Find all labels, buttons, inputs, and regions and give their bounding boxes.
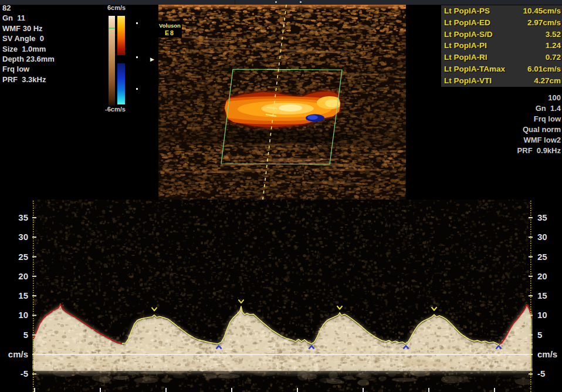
scan-parameter: SV Angle 0 <box>2 33 55 43</box>
color-scale-max-label: 6cm/s <box>107 4 126 11</box>
scan-parameters-left: 82Gn 11WMF 30 HzSV Angle 0Size 1.0mmDept… <box>2 3 55 85</box>
color-doppler-bar-negative <box>117 63 125 104</box>
measurement-row: Lt PoplA-S/D3.52 <box>441 29 562 40</box>
velocity-axis-label-right: 25 <box>537 252 562 262</box>
velocity-axis-label-left: cm/s <box>4 350 28 359</box>
velocity-axis-label-left: 30 <box>4 232 28 242</box>
measurement-label: Lt PoplA-PI <box>444 40 487 52</box>
focus-arrow-icon: ▶ <box>150 57 154 62</box>
velocity-axis-label-right: 30 <box>537 232 562 242</box>
ultrasound-screen: 82Gn 11WMF 30 HzSV Angle 0Size 1.0mmDept… <box>0 0 562 392</box>
color-scale-min-label: -6cm/s <box>105 106 126 113</box>
measurement-label: Lt PoplA-RI <box>444 52 487 63</box>
scan-parameter: Gn 1.4 <box>517 103 561 114</box>
measurement-row: Lt PoplA-TAmax6.01cm/s <box>441 63 562 75</box>
scan-parameter: PRF 3.3kHz <box>2 75 55 85</box>
velocity-axis-label-left: 15 <box>4 291 28 300</box>
measurement-row: Lt PoplA-ED2.97cm/s <box>441 17 562 29</box>
velocity-axis-label-right: 15 <box>537 291 562 300</box>
depth-marker <box>136 88 138 90</box>
scan-parameter: 100 <box>517 93 561 103</box>
scan-parameter: 82 <box>2 3 55 13</box>
gray-map-bar <box>109 16 115 106</box>
top-bar-dot-icon <box>300 1 302 3</box>
measurement-row: Lt PoplA-VTI4.27cm <box>441 75 562 87</box>
measurement-value: 0.72 <box>546 52 561 63</box>
scan-parameter: Frq low <box>517 114 561 124</box>
scan-parameter: Qual norm <box>517 124 561 135</box>
measurement-row: Lt PoplA-PI1.24 <box>441 40 562 52</box>
scan-parameter: Gn 11 <box>2 13 55 23</box>
velocity-axis-label-left: -5 <box>4 369 28 379</box>
velocity-axis-label-left: 5 <box>4 330 28 340</box>
measurement-value: 2.97cm/s <box>527 17 561 29</box>
velocity-axis-label-right: -5 <box>537 369 562 379</box>
scan-parameter: PRF 0.9kHz <box>517 146 561 156</box>
velocity-axis-label-right: 35 <box>537 213 562 222</box>
scan-parameter: Size 1.0mm <box>2 44 55 54</box>
measurement-value: 4.27cm <box>534 75 561 87</box>
measurement-value: 6.01cm/s <box>527 63 561 75</box>
measurement-value: 10.45cm/s <box>523 5 561 17</box>
velocity-axis-label-left: 35 <box>4 213 28 222</box>
velocity-axis-label-right: cm/s <box>537 350 562 359</box>
velocity-axis-label-right: 10 <box>537 310 562 320</box>
measurement-label: Lt PoplA-VTI <box>444 75 492 87</box>
machine-model: E8 <box>158 30 182 36</box>
measurement-row: Lt PoplA-RI0.72 <box>441 52 562 63</box>
color-doppler-bar-positive <box>117 16 125 55</box>
depth-marker <box>136 22 138 24</box>
measurement-label: Lt PoplA-S/D <box>444 29 493 40</box>
machine-brand: Voluson <box>158 23 182 29</box>
measurement-label: Lt PoplA-TAmax <box>444 63 505 75</box>
measurement-row: Lt PoplA-PS10.45cm/s <box>441 5 562 17</box>
machine-badge: Voluson E8 <box>158 21 182 38</box>
measurement-label: Lt PoplA-ED <box>444 17 490 29</box>
top-bar-divider <box>235 0 235 5</box>
velocity-axis-label-left: 10 <box>4 310 28 320</box>
spectral-doppler-display <box>32 200 533 392</box>
depth-marker <box>136 56 138 58</box>
gray-map-marker <box>109 28 115 29</box>
velocity-axis-label-left: 20 <box>4 272 28 281</box>
measurement-label: Lt PoplA-PS <box>444 5 490 17</box>
top-bar-dot-icon <box>275 1 277 3</box>
velocity-axis-label-left: 25 <box>4 252 28 262</box>
measurement-results-panel: Lt PoplA-PS10.45cm/sLt PoplA-ED2.97cm/sL… <box>441 5 562 87</box>
scan-parameter: Frq low <box>2 64 55 74</box>
velocity-axis-label-right: 20 <box>537 272 562 281</box>
measurement-value: 3.52 <box>546 29 561 40</box>
measurement-value: 1.24 <box>546 40 561 52</box>
b-mode-color-doppler-image <box>158 5 406 200</box>
scan-parameter: Depth 23.6mm <box>2 54 55 64</box>
velocity-axis-label-right: 5 <box>537 330 562 340</box>
scan-parameters-right: 100Gn 1.4Frq lowQual normWMF low2PRF 0.9… <box>517 93 561 156</box>
scan-parameter: WMF 30 Hz <box>2 23 55 33</box>
scan-parameter: WMF low2 <box>517 135 561 146</box>
